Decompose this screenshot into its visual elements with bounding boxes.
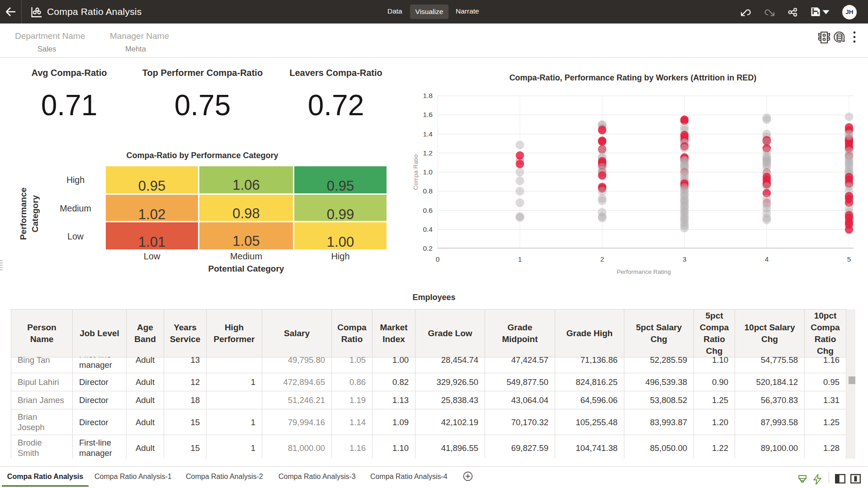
svg-text:0.4: 0.4 [423,225,433,233]
svg-text:1: 1 [518,255,522,263]
svg-text:4: 4 [765,255,769,263]
svg-text:Compa-Ratio, Performance Ratin: Compa-Ratio, Performance Rating by Worke… [509,73,757,82]
svg-text:1.6: 1.6 [423,111,433,118]
svg-text:1.8: 1.8 [423,92,433,99]
svg-text:Compa Ratio: Compa Ratio [412,155,419,190]
svg-text:1.4: 1.4 [423,130,433,138]
svg-text:2: 2 [600,255,604,263]
svg-text:Performance Rating: Performance Rating [617,268,671,275]
svg-text:5: 5 [847,255,851,263]
svg-text:0.6: 0.6 [423,206,433,214]
svg-text:0.2: 0.2 [423,244,433,252]
svg-text:0.8: 0.8 [423,187,433,195]
svg-text:1.2: 1.2 [423,149,433,157]
svg-text:0: 0 [436,255,440,263]
svg-text:1.0: 1.0 [423,168,433,176]
svg-text:3: 3 [683,255,687,263]
